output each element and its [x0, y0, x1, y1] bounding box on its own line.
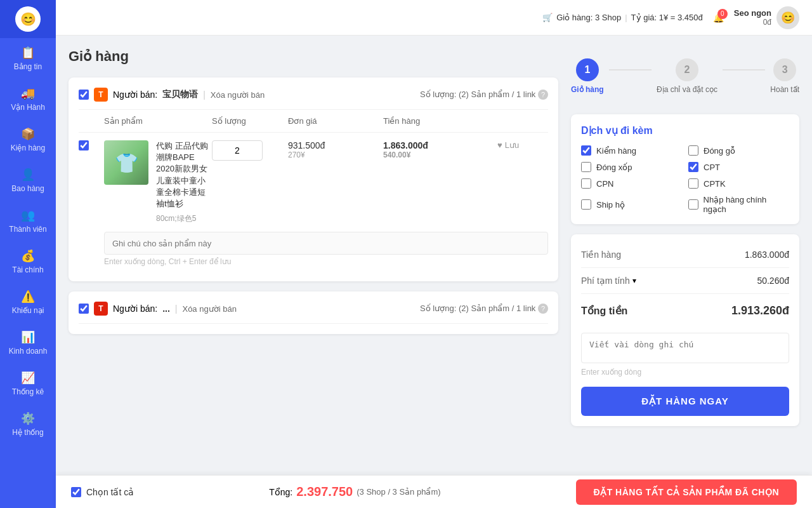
product-name: 代购 正品代购潮牌BAPE 2020新款男女儿童装中童小童全棉卡通短袖t恤衫 [156, 140, 212, 210]
cptk-checkbox[interactable] [688, 178, 698, 189]
cpt-checkbox[interactable] [688, 162, 698, 172]
sidebar-item-tai-chinh[interactable]: 💰 Tài chính [0, 241, 56, 282]
step-2: 2 Địa chỉ và đặt cọc [657, 58, 717, 94]
second-delete-seller-button[interactable]: Xóa người bán [182, 304, 236, 314]
service-cpt: CPT [688, 162, 789, 172]
left-panel: Giỏ hàng T Người bán: 宝贝物语 | Xóa người b… [69, 48, 558, 495]
seller-name: 宝贝物语 [162, 89, 198, 100]
kiem-hang-checkbox[interactable] [581, 145, 591, 156]
delete-seller-button[interactable]: Xóa người bán [211, 90, 265, 100]
cart-icon: 🛒 [542, 13, 553, 22]
logo-button[interactable]: 😊 [0, 0, 56, 38]
heart-icon: ♥ [497, 140, 502, 150]
tien-hang-label: Tiền hàng [581, 250, 621, 260]
service-dong-xop: Đóng xốp [581, 162, 682, 172]
save-button[interactable]: ♥ Lưu [497, 140, 548, 150]
step-1: 1 Giỏ hàng [571, 58, 604, 94]
order-note-input[interactable] [581, 333, 789, 363]
clipboard-icon: 📋 [21, 46, 35, 60]
service-cpn: CPN [581, 178, 682, 189]
username: Seo ngon [734, 8, 771, 18]
help-icon[interactable]: ? [538, 90, 548, 100]
divider-2 [581, 293, 789, 294]
stats-icon: 📈 [21, 371, 35, 385]
tien-hang-value: 1.863.000đ [745, 250, 789, 260]
total-label: Tổng tiền [581, 305, 627, 317]
select-all-checkbox[interactable] [71, 487, 81, 497]
sidebar-item-bao-hang[interactable]: 👤 Bao hàng [0, 160, 56, 201]
cart-info: 🛒 Giỏ hàng: 3 Shop | Tỷ giá: 1¥ = 3.450đ [542, 13, 703, 22]
sidebar-item-thong-ke[interactable]: 📈 Thống kê [0, 363, 56, 404]
topbar: 🛒 Giỏ hàng: 3 Shop | Tỷ giá: 1¥ = 3.450đ… [56, 0, 812, 36]
notification-bell[interactable]: 🔔 0 [713, 13, 724, 23]
sidebar-item-khieu-nai[interactable]: ⚠️ Khiếu nại [0, 282, 56, 323]
second-help-icon[interactable]: ? [538, 304, 548, 314]
ship-ho-checkbox[interactable] [581, 199, 591, 210]
quantity-input[interactable] [212, 140, 263, 161]
cart-card: T Người bán: 宝贝物语 | Xóa người bán Số lượ… [69, 77, 558, 281]
bottom-total-sub: (3 Shop / 3 Sản phẩm) [357, 487, 440, 497]
sidebar-item-kinh-doanh[interactable]: 📊 Kinh doanh [0, 323, 56, 363]
summary-card: Tiền hàng 1.863.000đ Phí tạm tính ▾ 50.2… [571, 234, 799, 426]
order-now-button[interactable]: ĐẶT HÀNG NGAY [581, 387, 789, 416]
note-area: Enter xuống dòng, Ctrl + Enter để lưu [79, 232, 548, 271]
person-icon: 👤 [21, 168, 35, 182]
service-ship-ho: Ship hộ [581, 195, 682, 214]
col-quantity: Số lượng [212, 116, 288, 126]
sidebar-item-thanh-vien[interactable]: 👥 Thành viên [0, 201, 56, 241]
dong-go-checkbox[interactable] [688, 145, 698, 156]
product-checkbox[interactable] [79, 140, 89, 150]
step-3-label: Hoàn tất [770, 85, 799, 94]
sidebar-item-kien-hang[interactable]: 📦 Kiện hàng [0, 119, 56, 160]
service-dong-go: Đóng gỗ [688, 145, 789, 156]
dong-xop-checkbox[interactable] [581, 162, 591, 172]
divider-1 [581, 267, 789, 268]
product-count: Số lượng: (2) Sản phẩm / 1 link ? [420, 90, 548, 100]
table-header: Sản phẩm Số lượng Đơn giá Tiền hàng [79, 110, 548, 133]
product-image: 👕 [104, 140, 148, 185]
second-cart-header: T Người bán: ... | Xóa người bán Số lượn… [79, 302, 548, 324]
page-title: Giỏ hàng [69, 48, 558, 65]
sidebar-item-he-thong[interactable]: ⚙️ Hệ thống [0, 404, 56, 444]
user-menu[interactable]: Seo ngon 0đ 😊 [734, 6, 799, 29]
second-seller-checkbox[interactable] [79, 304, 89, 314]
package-icon: 📦 [21, 127, 35, 141]
second-product-count: Số lượng: (2) Sản phẩm / 1 link ? [420, 304, 548, 314]
second-seller-info: T Người bán: ... | Xóa người bán [79, 302, 237, 316]
avatar: 😊 [776, 6, 799, 29]
phi-label: Phí tạm tính [581, 276, 630, 286]
second-seller-name: ... [162, 304, 170, 314]
seller-label: Người bán: [113, 90, 157, 100]
phi-chevron-icon[interactable]: ▾ [632, 276, 636, 285]
truck-icon: 🚚 [21, 86, 35, 100]
group-icon: 👥 [21, 208, 35, 222]
select-all-label: Chọn tất cả [86, 487, 134, 497]
sidebar-item-van-hanh[interactable]: 🚚 Vận Hành [0, 79, 56, 119]
second-seller-label: Người bán: [113, 304, 157, 314]
unit-price-cell: 931.500đ 270¥ [288, 140, 383, 159]
order-all-button[interactable]: ĐẶT HÀNG TẤT CẢ SẢN PHẨM ĐÃ CHỌN [576, 479, 797, 505]
note-section: Enter xuống dòng [581, 333, 789, 377]
sidebar-item-bang-tin[interactable]: 📋 Bảng tin [0, 38, 56, 79]
note-input[interactable] [104, 232, 548, 255]
total-row: Tổng tiền 1.913.260đ [581, 297, 789, 325]
total-price-cell: 1.863.000đ 540.00¥ [383, 140, 497, 159]
steps-container: 1 Giỏ hàng 2 Địa chỉ và đặt cọc 3 Hoà [571, 48, 799, 104]
bottom-bar: Chọn tất cả Tổng: 2.397.750 (3 Shop / 3 … [56, 475, 812, 508]
service-kiem-hang: Kiểm hàng [581, 145, 682, 156]
tien-hang-row: Tiền hàng 1.863.000đ [581, 244, 789, 265]
step-1-circle: 1 [576, 58, 599, 81]
page-body: Giỏ hàng T Người bán: 宝贝物语 | Xóa người b… [56, 36, 812, 508]
col-product: Sản phẩm [104, 116, 212, 126]
service-cptk: CPTK [688, 178, 789, 189]
step-2-label: Địa chỉ và đặt cọc [657, 85, 717, 94]
warning-icon: ⚠️ [21, 290, 35, 304]
order-note-hint: Enter xuống dòng [581, 368, 789, 377]
cpn-checkbox[interactable] [581, 178, 591, 189]
bottom-total-info: Tổng: 2.397.750 (3 Shop / 3 Sản phẩm) [269, 485, 440, 499]
seller-checkbox[interactable] [79, 90, 89, 100]
note-hint: Enter xuống dòng, Ctrl + Enter để lưu [104, 257, 548, 266]
nhap-hang-checkbox[interactable] [688, 199, 698, 210]
cart-header: T Người bán: 宝贝物语 | Xóa người bán Số lượ… [79, 88, 548, 110]
phi-row: Phí tạm tính ▾ 50.260đ [581, 271, 789, 291]
